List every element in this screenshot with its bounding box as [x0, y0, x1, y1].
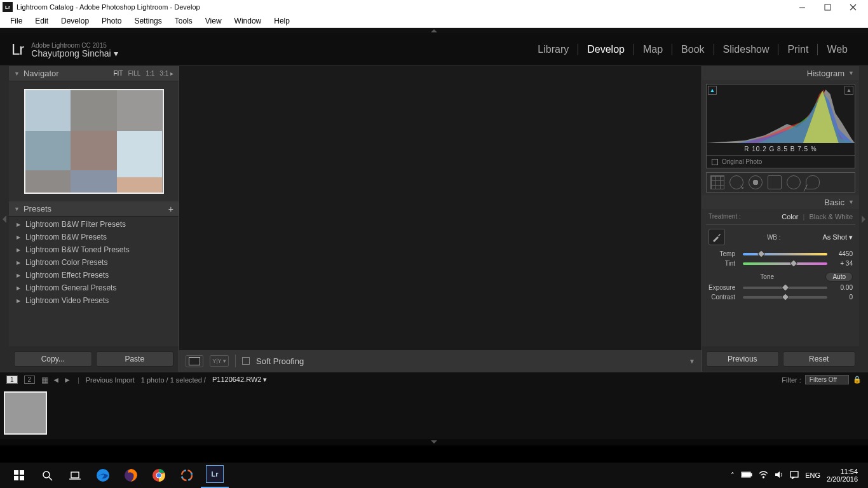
graduated-filter-tool[interactable]	[768, 175, 782, 189]
contrast-slider[interactable]	[743, 296, 827, 299]
menu-photo[interactable]: Photo	[95, 15, 128, 27]
second-window-button[interactable]: 2	[24, 376, 36, 384]
task-view-icon[interactable]	[61, 463, 89, 488]
exposure-slider[interactable]	[743, 287, 827, 289]
zoom-1to1[interactable]: 1:1	[146, 70, 154, 77]
paste-button[interactable]: Paste	[96, 351, 174, 367]
treatment-bw[interactable]: Black & White	[810, 213, 853, 220]
slider-thumb[interactable]	[781, 293, 789, 301]
previous-button[interactable]: Previous	[706, 351, 779, 367]
menu-file[interactable]: File	[4, 15, 29, 27]
clock[interactable]: 11:54 2/20/2016	[827, 468, 858, 483]
filmstrip[interactable]	[0, 387, 868, 439]
battery-icon[interactable]	[741, 471, 752, 479]
module-library[interactable]: Library	[529, 44, 578, 55]
presets-header[interactable]: ▼ Presets +	[9, 201, 179, 217]
slider-thumb[interactable]	[757, 250, 766, 258]
main-window-button[interactable]: 1	[6, 376, 18, 384]
treatment-color[interactable]: Color	[782, 213, 798, 220]
module-develop[interactable]: Develop	[578, 44, 634, 55]
contrast-value[interactable]: 0	[831, 294, 853, 301]
navigator-header[interactable]: ▼ Navigator FIT FILL 1:1 3:1 ▸	[9, 66, 179, 81]
original-photo-toggle[interactable]: Original Photo	[707, 155, 855, 168]
navigator-thumbnail[interactable]	[24, 89, 164, 194]
preset-folder[interactable]: ▶Lightroom B&W Filter Presets	[9, 218, 179, 231]
spot-removal-tool[interactable]: ↘	[729, 175, 743, 189]
language-indicator[interactable]: ENG	[805, 471, 820, 479]
basic-header[interactable]: Basic ▼	[702, 195, 859, 209]
zoom-fill[interactable]: FILL	[128, 70, 140, 77]
navigator-preview[interactable]	[9, 81, 179, 201]
filmstrip-source[interactable]: Previous Import	[86, 376, 135, 384]
image-canvas[interactable]	[179, 66, 702, 350]
tray-overflow-icon[interactable]: ˄	[731, 471, 735, 480]
loupe-view-button[interactable]	[186, 355, 203, 367]
minimize-button[interactable]	[789, 1, 815, 13]
preset-folder[interactable]: ▶Lightroom Effect Presets	[9, 269, 179, 281]
before-after-button[interactable]: Y|Y ▾	[210, 355, 229, 367]
preset-folder[interactable]: ▶Lightroom Video Presets	[9, 294, 179, 307]
wifi-icon[interactable]	[759, 471, 768, 480]
adjustment-brush-tool[interactable]: ╱	[806, 175, 820, 189]
nav-back-icon[interactable]: ◄	[52, 376, 60, 384]
firefox-icon[interactable]	[117, 463, 145, 488]
menu-settings[interactable]: Settings	[128, 15, 168, 27]
module-web[interactable]: Web	[817, 44, 857, 55]
module-print[interactable]: Print	[778, 44, 817, 55]
menu-tools[interactable]: Tools	[168, 15, 199, 27]
zoom-custom[interactable]: 3:1 ▸	[159, 70, 173, 77]
module-slideshow[interactable]: Slideshow	[714, 44, 778, 55]
toolbar-menu[interactable]: ▼	[689, 358, 695, 365]
volume-icon[interactable]	[775, 471, 783, 480]
slider-thumb[interactable]	[781, 283, 789, 292]
action-center-icon[interactable]	[790, 471, 799, 480]
preset-folder[interactable]: ▶Lightroom General Presets	[9, 281, 179, 294]
grid-view-icon[interactable]: ▦	[41, 376, 48, 384]
edge-browser-icon[interactable]	[89, 463, 117, 488]
slider-thumb[interactable]	[789, 259, 797, 268]
auto-tone-button[interactable]: Auto	[825, 272, 853, 281]
nav-forward-icon[interactable]: ►	[64, 376, 71, 384]
temp-value[interactable]: 4450	[831, 250, 853, 257]
reset-button[interactable]: Reset	[783, 351, 856, 367]
menu-develop[interactable]: Develop	[55, 15, 95, 27]
temp-slider[interactable]	[743, 253, 827, 255]
filter-lock-icon[interactable]: 🔒	[853, 376, 862, 384]
preset-folder[interactable]: ▶Lightroom B&W Toned Presets	[9, 243, 179, 256]
module-map[interactable]: Map	[634, 44, 672, 55]
top-panel-toggle[interactable]	[0, 28, 868, 33]
close-button[interactable]	[840, 1, 865, 13]
histogram-graph[interactable]: ▲ ▲	[707, 85, 855, 143]
zoom-fit[interactable]: FIT	[113, 70, 123, 77]
lightroom-taskbar-icon[interactable]: Lr	[201, 463, 229, 488]
radial-filter-tool[interactable]	[787, 175, 801, 189]
menu-edit[interactable]: Edit	[29, 15, 55, 27]
menu-window[interactable]: Window	[228, 15, 268, 27]
redeye-tool[interactable]	[749, 175, 763, 189]
tint-value[interactable]: + 34	[831, 260, 853, 267]
start-button[interactable]	[5, 463, 33, 488]
copy-button[interactable]: Copy...	[14, 351, 92, 367]
bottom-panel-toggle[interactable]	[0, 439, 868, 445]
tint-slider[interactable]	[743, 262, 827, 265]
histogram-header[interactable]: Histogram ▼	[702, 66, 859, 80]
chrome-icon[interactable]	[145, 463, 173, 488]
right-panel-toggle[interactable]	[859, 66, 868, 372]
menu-help[interactable]: Help	[268, 15, 296, 27]
maximize-button[interactable]	[815, 1, 840, 13]
wb-preset-dropdown[interactable]: As Shot ▾	[822, 233, 853, 241]
identity-plate[interactable]: Adobe Lightroom CC 2015 Chayutpong Sinch…	[31, 41, 118, 58]
filmstrip-thumbnail[interactable]	[4, 391, 47, 435]
preset-folder[interactable]: ▶Lightroom Color Presets	[9, 256, 179, 269]
soft-proofing-checkbox[interactable]	[242, 357, 250, 365]
wb-eyedropper-tool[interactable]	[709, 229, 725, 245]
crop-tool[interactable]	[710, 175, 724, 189]
add-preset-button[interactable]: +	[168, 204, 173, 214]
filter-dropdown[interactable]: Filters Off	[805, 375, 849, 384]
left-panel-toggle[interactable]	[0, 66, 9, 372]
filmstrip-filename[interactable]: P1120642.RW2 ▾	[212, 376, 268, 384]
app-icon-generic[interactable]	[173, 463, 201, 488]
preset-folder[interactable]: ▶Lightroom B&W Presets	[9, 231, 179, 243]
exposure-value[interactable]: 0.00	[831, 284, 853, 291]
module-book[interactable]: Book	[672, 44, 713, 55]
